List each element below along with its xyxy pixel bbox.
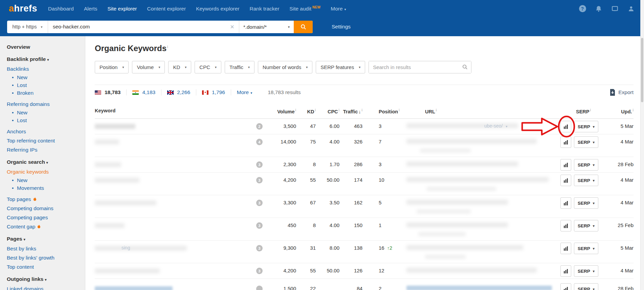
position-history-button[interactable] xyxy=(560,121,571,132)
serp-dropdown-button[interactable]: SERP▾ xyxy=(574,159,598,171)
scope-select[interactable]: *.domain/*▾ xyxy=(239,21,294,33)
country-gb[interactable]: 2,266 xyxy=(167,89,190,95)
sidebar-item-pages[interactable]: Pages▾ xyxy=(7,234,85,244)
search-in-results-input[interactable] xyxy=(369,61,471,73)
sidebar-item-backlinks-lost[interactable]: Lost xyxy=(7,81,85,89)
nav-alerts[interactable]: Alerts xyxy=(84,6,97,12)
sidebar-item-backlink-profile[interactable]: Backlink profile▾ xyxy=(7,54,85,64)
sidebar-item-overview[interactable]: Overview xyxy=(7,42,85,51)
position-history-button[interactable] xyxy=(560,243,571,254)
nav-site-explorer[interactable]: Site explorer xyxy=(108,6,137,12)
sidebar-item-best-by-links-growth[interactable]: Best by links' growth xyxy=(7,253,85,262)
search-button[interactable] xyxy=(294,21,313,33)
serp-dropdown-button[interactable]: SERP▾ xyxy=(574,283,598,290)
position-value: 2 xyxy=(379,286,381,290)
position-history-button[interactable] xyxy=(560,265,571,277)
sidebar-item-anchors[interactable]: Anchors xyxy=(7,127,85,136)
col-url[interactable]: URLi xyxy=(406,108,560,118)
serp-dropdown-button[interactable]: SERP▾ xyxy=(574,243,598,254)
sidebar-item-organic-movements[interactable]: Movements xyxy=(7,184,85,192)
sidebar-item-refdomains-lost[interactable]: Lost xyxy=(7,116,85,124)
sidebar-item-refdomains-new[interactable]: New xyxy=(7,109,85,116)
sidebar-item-top-content[interactable]: Top content xyxy=(7,262,85,271)
table-row[interactable]: sing3 9,300 31 8.00 138 16↑2 SERP▾ 5 Mar xyxy=(95,241,634,263)
sidebar-item-best-by-links[interactable]: Best by links xyxy=(7,244,85,253)
col-volume[interactable]: Volumei xyxy=(267,108,296,118)
filter-number-of-words[interactable]: Number of words▾ xyxy=(258,61,312,73)
nav-dashboard[interactable]: Dashboard xyxy=(48,6,74,12)
country-us[interactable]: 18,783 xyxy=(95,89,120,95)
sidebar-item-organic-keywords[interactable]: Organic keywords xyxy=(7,167,85,176)
sidebar-item-competing-pages[interactable]: Competing pages xyxy=(7,213,85,222)
serp-dropdown-button[interactable]: SERP▾ xyxy=(574,197,598,209)
countries-more[interactable]: More▾ xyxy=(237,89,252,95)
nav-keywords-explorer[interactable]: Keywords explorer xyxy=(196,6,239,12)
col-cpc[interactable]: CPCi xyxy=(316,108,339,118)
serp-dropdown-button[interactable]: SERP▾ xyxy=(574,220,598,231)
serp-dropdown-button[interactable]: SERP▾ xyxy=(574,265,598,277)
settings-link[interactable]: Settings xyxy=(332,24,351,30)
export-button[interactable]: Export xyxy=(610,89,634,96)
col-upd[interactable]: Upd.i xyxy=(600,108,634,118)
filter-kd[interactable]: KD▾ xyxy=(168,61,191,73)
nav-content-explorer[interactable]: Content explorer xyxy=(147,6,186,12)
sidebar-item-backlinks[interactable]: Backlinks xyxy=(7,64,85,73)
table-row[interactable]: 3 3,300 67 3.50 162 5 SERP▾ 4 Mar xyxy=(95,195,634,218)
filter-traffic[interactable]: Traffic▾ xyxy=(225,61,254,73)
filter-volume[interactable]: Volume▾ xyxy=(132,61,165,73)
table-row[interactable]: 3 4,200 55 50.00 174 10 SERP▾ 4 Mar xyxy=(95,173,634,195)
nav-site-audit[interactable]: Site auditNEW xyxy=(289,5,320,12)
serp-dropdown-button[interactable]: SERP▾ xyxy=(574,136,598,148)
sidebar-item-organic-search[interactable]: Organic search▾ xyxy=(7,157,85,167)
position-history-button[interactable] xyxy=(560,175,571,186)
sidebar-item-referring-ips[interactable]: Referring IPs xyxy=(7,145,85,154)
sidebar-item-referring-domains[interactable]: Referring domains xyxy=(7,99,85,109)
sidebar-item-competing-domains[interactable]: Competing domains xyxy=(7,204,85,213)
sidebar-item-content-gap[interactable]: Content gap xyxy=(7,222,85,231)
col-serp[interactable]: SERPi xyxy=(560,108,600,118)
serp-dropdown-button[interactable]: SERP▾ xyxy=(574,175,598,186)
protocol-select[interactable]: http + https▾ xyxy=(7,21,48,33)
sidebar-item-outgoing-links[interactable]: Outgoing links▾ xyxy=(7,274,85,284)
position-history-button[interactable] xyxy=(560,220,571,231)
table-row[interactable]: 1,500 22 84 2 SERP▾ 28 Feb xyxy=(95,279,634,290)
url-cell xyxy=(406,286,560,290)
table-row[interactable]: 2 3,500 47 6.00 463 3 ube-seo/ ▾ SERP▾ 5… xyxy=(95,119,634,134)
user-icon[interactable] xyxy=(627,5,635,13)
nav-more[interactable]: More▾ xyxy=(331,6,346,12)
help-icon[interactable]: ? xyxy=(578,5,586,13)
position-history-button[interactable] xyxy=(560,136,571,148)
col-traffic-sorted[interactable]: Traffic↓i xyxy=(339,108,362,118)
table-row[interactable]: 3 2,300 8 1.70 286 3 SERP▾ 28 Feb xyxy=(95,157,634,173)
bell-icon[interactable] xyxy=(595,5,603,13)
clear-icon[interactable]: × xyxy=(229,23,236,31)
table-row[interactable]: 3 4,200 55 50.00 126 12 SERP▾ 4 Mar xyxy=(95,263,634,279)
col-kd[interactable]: KDi xyxy=(296,108,316,118)
sidebar-item-top-referring-content[interactable]: Top referring content xyxy=(7,136,85,145)
country-in[interactable]: 4,183 xyxy=(132,89,155,95)
target-input[interactable] xyxy=(53,24,229,30)
sidebar-item-backlinks-new[interactable]: New xyxy=(7,73,85,81)
scrollbar-thumb[interactable] xyxy=(641,38,643,102)
table-row[interactable]: 4 14,000 75 4.00 326 7 SERP▾ 4 Mar xyxy=(95,134,634,157)
col-position[interactable]: Positioni xyxy=(362,108,406,118)
country-ca[interactable]: 1,796 xyxy=(202,89,225,95)
position-history-button[interactable] xyxy=(560,283,571,290)
serp-dropdown-button[interactable]: SERP▾ xyxy=(574,121,598,132)
nav-rank-tracker[interactable]: Rank tracker xyxy=(249,6,279,12)
ahrefs-logo[interactable]: ahrefs xyxy=(9,3,37,14)
messages-icon[interactable] xyxy=(611,5,619,13)
sidebar-item-linked-domains[interactable]: Linked domains xyxy=(7,284,85,290)
sidebar-item-backlinks-broken[interactable]: Broken xyxy=(7,89,85,97)
search-icon[interactable] xyxy=(462,64,468,71)
filter-serp-features[interactable]: SERP features▾ xyxy=(316,61,365,73)
table-row[interactable]: 3 450 8 4.00 150 1 SERP▾ 25 Feb xyxy=(95,218,634,241)
position-history-button[interactable] xyxy=(560,159,571,171)
filter-position[interactable]: Position▾ xyxy=(95,61,129,73)
position-history-button[interactable] xyxy=(560,197,571,209)
filter-cpc[interactable]: CPC▾ xyxy=(195,61,221,73)
vertical-scrollbar[interactable] xyxy=(640,0,644,290)
sidebar-item-organic-new[interactable]: New xyxy=(7,176,85,184)
col-keyword[interactable]: Keyword xyxy=(95,108,267,118)
sidebar-item-top-pages[interactable]: Top pages xyxy=(7,195,85,204)
